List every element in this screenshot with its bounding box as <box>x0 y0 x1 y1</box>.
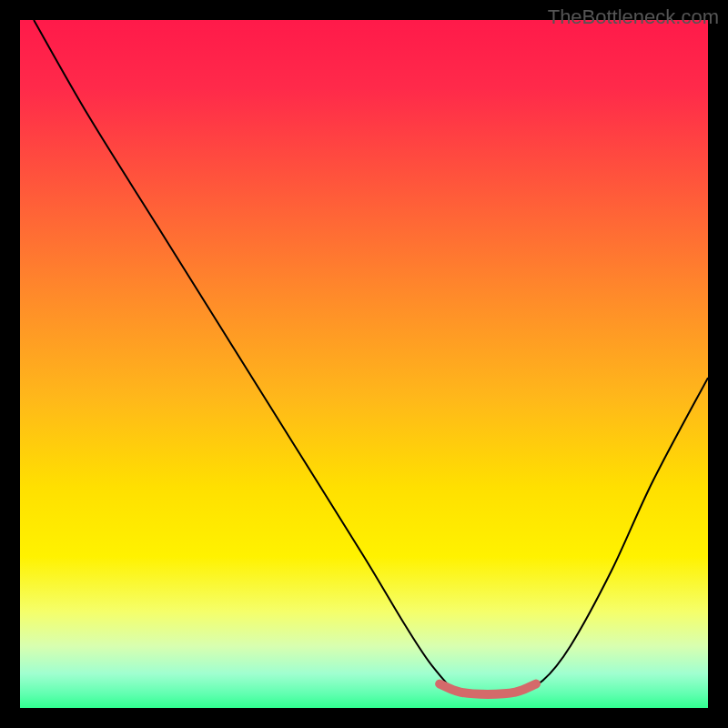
optimal-range-marker <box>440 684 536 694</box>
watermark-text: TheBottleneck.com <box>548 5 719 29</box>
bottleneck-curve <box>34 20 708 696</box>
chart-region <box>20 20 708 708</box>
chart-curve-layer <box>20 20 708 708</box>
